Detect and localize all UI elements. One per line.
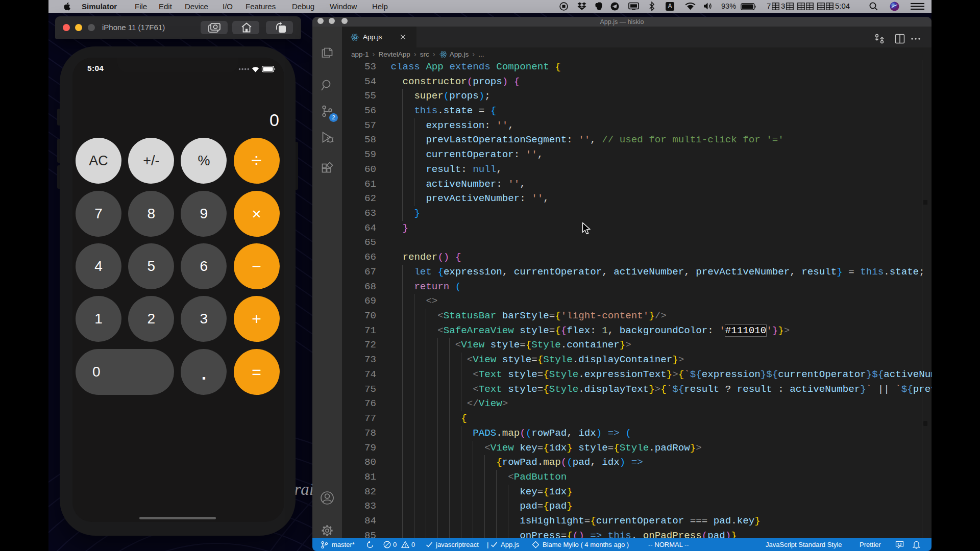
svg-text:5:04: 5:04	[835, 3, 850, 10]
svg-text:3: 3	[781, 3, 785, 10]
svg-text:7: 7	[767, 3, 771, 10]
